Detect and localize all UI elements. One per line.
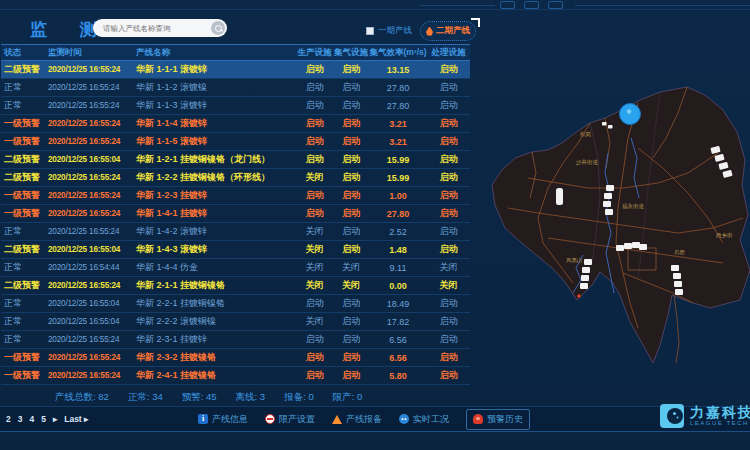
cell-treatment-facility: 启动 bbox=[427, 153, 470, 166]
cell-treatment-facility: 启动 bbox=[427, 207, 470, 220]
cell-gas-collection: 启动 bbox=[333, 333, 369, 346]
cell-treatment-facility: 启动 bbox=[427, 189, 470, 202]
cell-production-facility: 关闭 bbox=[296, 243, 333, 256]
cell-time: 2020/12/25 16:55:24 bbox=[46, 281, 134, 290]
cell-status: 二级预警 bbox=[1, 153, 46, 166]
header-deco-line bbox=[575, 5, 750, 6]
table-row[interactable]: 一级预警2020/12/25 16:55:24华新 1-1-4 滚镀锌启动启动3… bbox=[1, 115, 470, 133]
summary-row: 产线总数: 82正常: 34预警: 45离线: 3报备: 0限产: 0 bbox=[55, 391, 465, 404]
map-district-label: 福永街道 bbox=[622, 203, 645, 210]
search-icon[interactable] bbox=[211, 21, 225, 35]
cell-status: 一级预警 bbox=[1, 189, 46, 202]
cell-gas-efficiency: 17.82 bbox=[369, 317, 427, 327]
table-row[interactable]: 一级预警2020/12/25 16:55:24华新 2-4-1 挂镀镍铬启动启动… bbox=[1, 367, 470, 385]
cell-gas-collection: 启动 bbox=[333, 225, 369, 238]
cell-line-name: 华新 2-2-2 滚镀铜镍 bbox=[134, 315, 296, 328]
btn-alarm[interactable]: 预警历史 bbox=[466, 409, 530, 430]
corner-bracket-icon bbox=[471, 18, 480, 27]
cell-gas-efficiency: 5.80 bbox=[369, 371, 427, 381]
table-row[interactable]: 正常2020/12/25 16:55:24华新 1-1-2 滚镀镍启动启动27.… bbox=[1, 79, 470, 97]
phase2-button[interactable]: 二期产线 bbox=[420, 21, 476, 41]
table-row[interactable]: 正常2020/12/25 16:55:04华新 2-2-2 滚镀铜镍关闭启动17… bbox=[1, 313, 470, 331]
cell-gas-efficiency: 13.15 bbox=[369, 65, 427, 75]
table-row[interactable]: 正常2020/12/25 16:55:24华新 2-3-1 挂镀锌启动启动6.5… bbox=[1, 331, 470, 349]
page-button[interactable]: 5 bbox=[41, 414, 46, 424]
page-button[interactable]: 4 bbox=[29, 414, 34, 424]
cell-treatment-facility: 启动 bbox=[427, 63, 470, 76]
cell-production-facility: 启动 bbox=[296, 135, 333, 148]
cell-time: 2020/12/25 16:55:24 bbox=[46, 227, 134, 236]
cell-gas-efficiency: 15.99 bbox=[369, 173, 427, 183]
phase2-label: 二期产线 bbox=[436, 25, 470, 37]
cell-time: 2020/12/25 16:54:44 bbox=[46, 263, 134, 272]
limit-icon bbox=[265, 414, 275, 424]
cell-gas-efficiency: 0.00 bbox=[369, 281, 427, 291]
map-blue-marker[interactable] bbox=[620, 104, 641, 125]
cell-gas-efficiency: 2.52 bbox=[369, 227, 427, 237]
table-row[interactable]: 二级预警2020/12/25 16:55:24华新 1-2-2 挂镀铜镍铬（环形… bbox=[1, 169, 470, 187]
map-red-dot bbox=[577, 294, 581, 298]
table-row[interactable]: 正常2020/12/25 16:55:24华新 1-4-2 滚镀锌关闭启动2.5… bbox=[1, 223, 470, 241]
cell-gas-collection: 启动 bbox=[333, 63, 369, 76]
table-row[interactable]: 一级预警2020/12/25 16:55:24华新 1-1-5 滚镀锌启动启动3… bbox=[1, 133, 470, 151]
cell-status: 二级预警 bbox=[1, 63, 46, 76]
table-row[interactable]: 二级预警2020/12/25 16:55:24华新 2-1-1 挂镀铜镍铬关闭关… bbox=[1, 277, 470, 295]
btn-info[interactable]: 产线信息 bbox=[198, 413, 248, 426]
cell-gas-collection: 启动 bbox=[333, 189, 369, 202]
btn-realtime[interactable]: 实时工况 bbox=[399, 413, 449, 426]
btn-limit[interactable]: 限产设置 bbox=[265, 413, 315, 426]
btn-report[interactable]: 产线报备 bbox=[332, 413, 382, 426]
table-row[interactable]: 二级预警2020/12/25 16:55:04华新 1-2-1 挂镀铜镍铬（龙门… bbox=[1, 151, 470, 169]
cell-gas-collection: 启动 bbox=[333, 135, 369, 148]
summary-item-离线: 离线: 3 bbox=[236, 391, 266, 404]
table-row[interactable]: 一级预警2020/12/25 16:55:24华新 2-3-2 挂镀镍铬启动启动… bbox=[1, 349, 470, 367]
cell-gas-collection: 启动 bbox=[333, 315, 369, 328]
cell-line-name: 华新 1-1-4 滚镀锌 bbox=[134, 117, 296, 130]
table-row[interactable]: 正常2020/12/25 16:55:24华新 1-1-3 滚镀锌启动启动27.… bbox=[1, 97, 470, 115]
cell-gas-efficiency: 18.49 bbox=[369, 299, 427, 309]
next-page-button[interactable]: ▸ bbox=[53, 414, 57, 424]
cell-time: 2020/12/25 16:55:04 bbox=[46, 245, 134, 254]
cell-treatment-facility: 启动 bbox=[427, 81, 470, 94]
logo-face-icon bbox=[660, 404, 684, 428]
checkbox-icon[interactable] bbox=[366, 27, 374, 35]
cell-production-facility: 启动 bbox=[296, 99, 333, 112]
table-row[interactable]: 正常2020/12/25 16:55:04华新 2-2-1 挂镀铜镍铬启动启动1… bbox=[1, 295, 470, 313]
map-district-label: 松岗 bbox=[580, 131, 591, 137]
search-bar[interactable] bbox=[93, 19, 227, 37]
table-row[interactable]: 二级预警2020/12/25 16:55:04华新 1-4-3 滚镀锌关闭启动1… bbox=[1, 241, 470, 259]
table-row[interactable]: 一级预警2020/12/25 16:55:24华新 1-2-3 挂镀锌启动启动1… bbox=[1, 187, 470, 205]
col-header: 集气效率(m³/s) bbox=[369, 47, 427, 59]
page-button[interactable]: 3 bbox=[18, 414, 23, 424]
table-row[interactable]: 正常2020/12/25 16:54:44华新 1-4-4 仿金关闭关闭9.11… bbox=[1, 259, 470, 277]
cell-production-facility: 启动 bbox=[296, 117, 333, 130]
cell-status: 正常 bbox=[1, 225, 46, 238]
cell-status: 正常 bbox=[1, 99, 46, 112]
report-icon bbox=[332, 415, 342, 424]
table-row[interactable]: 一级预警2020/12/25 16:55:24华新 1-4-1 挂镀锌启动启动2… bbox=[1, 205, 470, 223]
page-button[interactable]: 2 bbox=[6, 414, 11, 424]
cell-status: 正常 bbox=[1, 81, 46, 94]
district-map[interactable]: 松岗沙井街道福永街道西乡街石岩凤凰山 bbox=[488, 58, 750, 403]
cell-treatment-facility: 启动 bbox=[427, 243, 470, 256]
cell-gas-efficiency: 27.80 bbox=[369, 83, 427, 93]
summary-item-产线总数: 产线总数: 82 bbox=[55, 391, 109, 404]
cell-production-facility: 关闭 bbox=[296, 171, 333, 184]
cell-line-name: 华新 2-1-1 挂镀铜镍铬 bbox=[134, 279, 296, 292]
realtime-icon bbox=[399, 414, 409, 424]
phase1-label: 一期产线 bbox=[378, 25, 412, 37]
cell-line-name: 华新 2-3-1 挂镀锌 bbox=[134, 333, 296, 346]
toolbar: 产线信息限产设置产线报备实时工况预警历史 bbox=[198, 409, 530, 430]
cell-gas-efficiency: 27.80 bbox=[369, 101, 427, 111]
phase1-checkbox[interactable]: 一期产线 bbox=[366, 25, 412, 37]
cell-production-facility: 启动 bbox=[296, 333, 333, 346]
last-page-button[interactable]: Last ▸ bbox=[64, 414, 88, 424]
search-input[interactable] bbox=[103, 24, 211, 33]
cell-status: 一级预警 bbox=[1, 351, 46, 364]
monitor-dashboard: 监 测 一期产线 二期产线 状态监测时间产线名称生产设施集气设施集气效率(m³/… bbox=[0, 0, 750, 450]
table-row[interactable]: 二级预警2020/12/25 16:55:24华新 1-1-1 滚镀锌启动启动1… bbox=[1, 61, 470, 79]
summary-item-限产: 限产: 0 bbox=[333, 391, 363, 404]
cell-time: 2020/12/25 16:55:24 bbox=[46, 191, 134, 200]
cell-gas-efficiency: 3.21 bbox=[369, 137, 427, 147]
header-deco-line bbox=[420, 5, 495, 6]
